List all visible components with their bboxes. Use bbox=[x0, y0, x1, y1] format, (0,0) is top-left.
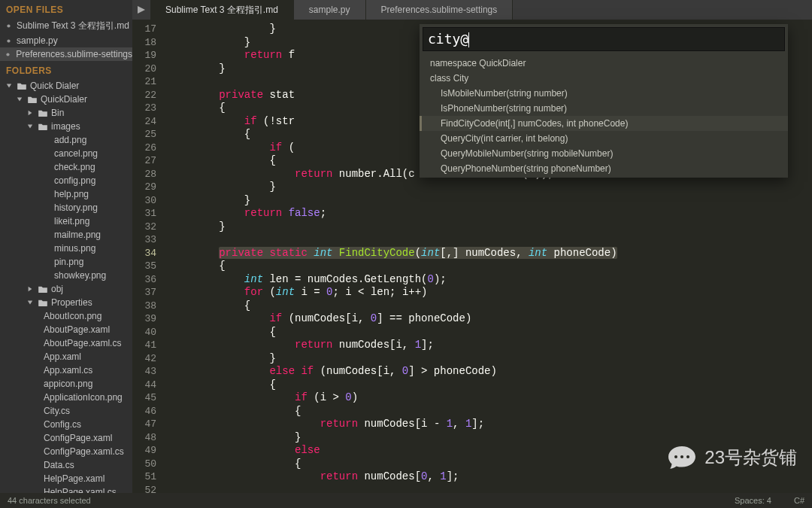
status-spaces[interactable]: Spaces: 4 bbox=[735, 496, 771, 505]
file-tree-item[interactable]: cancel.png bbox=[0, 147, 132, 160]
file-tree-item[interactable]: minus.png bbox=[0, 242, 132, 255]
line-number: 26 bbox=[132, 141, 156, 155]
chevron-down-icon bbox=[5, 83, 14, 89]
gutter: 1718192021222324252627282930313233343536… bbox=[132, 20, 168, 493]
file-tree-item[interactable]: App.xaml.cs bbox=[0, 364, 132, 377]
open-file-label: Sublime Text 3 全程指引.md bbox=[17, 20, 129, 32]
line-number: 52 bbox=[132, 484, 156, 494]
svg-marker-5 bbox=[29, 111, 32, 115]
line-number: 49 bbox=[132, 444, 156, 458]
line-number: 20 bbox=[132, 62, 156, 76]
file-tree-item[interactable]: ConfigPage.xaml bbox=[0, 431, 132, 445]
goto-popup-item[interactable]: namespace QuickDialer bbox=[420, 56, 788, 71]
goto-popup-item[interactable]: QueryPhoneNumber(string phoneNumber) bbox=[420, 161, 788, 176]
file-tree-item[interactable]: AboutPage.xaml bbox=[0, 323, 132, 336]
goto-popup-item[interactable]: IsPhoneNumber(string number) bbox=[420, 101, 788, 116]
svg-marker-9 bbox=[138, 6, 145, 14]
folder-tree-item[interactable]: images bbox=[0, 120, 132, 133]
goto-input[interactable]: city@ bbox=[423, 27, 785, 51]
file-tree-item[interactable]: history.png bbox=[0, 201, 132, 214]
line-number: 45 bbox=[132, 391, 156, 405]
line-number: 38 bbox=[132, 300, 156, 313]
goto-popup-item[interactable]: class City bbox=[420, 71, 788, 86]
line-number: 36 bbox=[132, 273, 156, 287]
file-tab[interactable]: Sublime Text 3 全程指引.md bbox=[150, 0, 294, 20]
line-number: 48 bbox=[132, 431, 156, 445]
file-tree-item[interactable]: mailme.png bbox=[0, 228, 132, 242]
file-tree-item[interactable]: ApplicationIcon.png bbox=[0, 391, 132, 404]
play-icon[interactable] bbox=[132, 6, 150, 14]
folder-icon bbox=[38, 109, 48, 117]
file-tree-item[interactable]: likeit.png bbox=[0, 214, 132, 228]
file-dirty-icon bbox=[3, 38, 14, 44]
status-lang[interactable]: C# bbox=[794, 496, 804, 505]
svg-marker-3 bbox=[7, 84, 11, 88]
line-number: 28 bbox=[132, 168, 156, 181]
line-number: 30 bbox=[132, 194, 156, 208]
goto-popup: city@ namespace QuickDialerclass CityIsM… bbox=[420, 24, 788, 178]
line-number: 47 bbox=[132, 418, 156, 431]
line-number: 27 bbox=[132, 154, 156, 168]
line-number: 39 bbox=[132, 312, 156, 326]
goto-popup-item[interactable]: QueryMobileNumber(string mobileNumber) bbox=[420, 146, 788, 161]
open-files-heading: OPEN FILES bbox=[0, 0, 132, 18]
chevron-down-icon bbox=[26, 300, 35, 306]
svg-point-10 bbox=[674, 455, 677, 458]
goto-popup-item[interactable]: IsMobileNumber(string number) bbox=[420, 86, 788, 101]
folder-icon bbox=[38, 123, 48, 130]
folder-tree-item[interactable]: obj bbox=[0, 282, 132, 296]
file-tree-item[interactable]: City.cs bbox=[0, 404, 132, 418]
sidebar: OPEN FILES Sublime Text 3 全程指引.mdsample.… bbox=[0, 0, 132, 493]
folder-icon bbox=[27, 96, 38, 103]
open-file-label: sample.py bbox=[17, 35, 58, 46]
chevron-down-icon bbox=[26, 123, 35, 129]
svg-marker-8 bbox=[28, 301, 32, 305]
goto-popup-item[interactable]: FindCityCode(int[,] numCodes, int phoneC… bbox=[420, 116, 788, 131]
file-tree-item[interactable]: HelpPage.xaml.cs bbox=[0, 485, 132, 493]
folder-tree-item[interactable]: Quick Dialer bbox=[0, 79, 132, 93]
line-number: 32 bbox=[132, 221, 156, 234]
file-tree-item[interactable]: appicon.png bbox=[0, 377, 132, 391]
svg-point-11 bbox=[680, 455, 683, 458]
line-number: 22 bbox=[132, 89, 156, 102]
svg-marker-4 bbox=[17, 98, 22, 102]
open-file-item[interactable]: Sublime Text 3 全程指引.md bbox=[0, 18, 132, 34]
file-tree-item[interactable]: Data.cs bbox=[0, 458, 132, 472]
status-bar: 44 characters selected Spaces: 4 C# bbox=[0, 493, 812, 508]
file-tree-item[interactable]: App.xaml bbox=[0, 350, 132, 364]
goto-popup-item[interactable]: QueryCity(int carrier, int belong) bbox=[420, 131, 788, 146]
line-number: 19 bbox=[132, 49, 156, 62]
file-tree-item[interactable]: AboutPage.xaml.cs bbox=[0, 336, 132, 350]
file-tree-item[interactable]: showkey.png bbox=[0, 269, 132, 282]
editor-area: Sublime Text 3 全程指引.mdsample.pyPreferenc… bbox=[132, 0, 812, 493]
file-tree-item[interactable]: pin.png bbox=[0, 255, 132, 269]
file-tab[interactable]: sample.py bbox=[294, 0, 366, 20]
line-number: 42 bbox=[132, 352, 156, 366]
folder-tree-item[interactable]: Bin bbox=[0, 106, 132, 120]
file-tree-item[interactable]: config.png bbox=[0, 174, 132, 187]
file-dirty-icon bbox=[3, 52, 13, 57]
tab-row: Sublime Text 3 全程指引.mdsample.pyPreferenc… bbox=[132, 0, 812, 20]
file-tab[interactable]: Preferences.sublime-settings bbox=[366, 0, 514, 20]
folder-tree-item[interactable]: Properties bbox=[0, 296, 132, 309]
line-number: 35 bbox=[132, 260, 156, 273]
line-number: 43 bbox=[132, 365, 156, 379]
file-tree-item[interactable]: ConfigPage.xaml.cs bbox=[0, 445, 132, 458]
file-tree-item[interactable]: AboutIcon.png bbox=[0, 309, 132, 323]
file-tree-item[interactable]: help.png bbox=[0, 187, 132, 201]
line-number: 41 bbox=[132, 339, 156, 352]
file-tree-item[interactable]: add.png bbox=[0, 133, 132, 147]
open-file-item[interactable]: Preferences.sublime-settings bbox=[0, 47, 132, 61]
folder-icon bbox=[38, 285, 48, 293]
file-tree-item[interactable]: HelpPage.xaml bbox=[0, 472, 132, 485]
line-number: 44 bbox=[132, 379, 156, 392]
chevron-right-icon bbox=[26, 286, 35, 292]
file-tree-item[interactable]: check.png bbox=[0, 160, 132, 174]
file-tree-item[interactable]: Config.cs bbox=[0, 418, 132, 431]
watermark-text: 23号杂货铺 bbox=[704, 446, 797, 470]
svg-point-0 bbox=[7, 24, 10, 27]
folder-tree-item[interactable]: QuickDialer bbox=[0, 93, 132, 106]
open-file-item[interactable]: sample.py bbox=[0, 34, 132, 47]
line-number: 25 bbox=[132, 128, 156, 141]
line-number: 18 bbox=[132, 36, 156, 50]
